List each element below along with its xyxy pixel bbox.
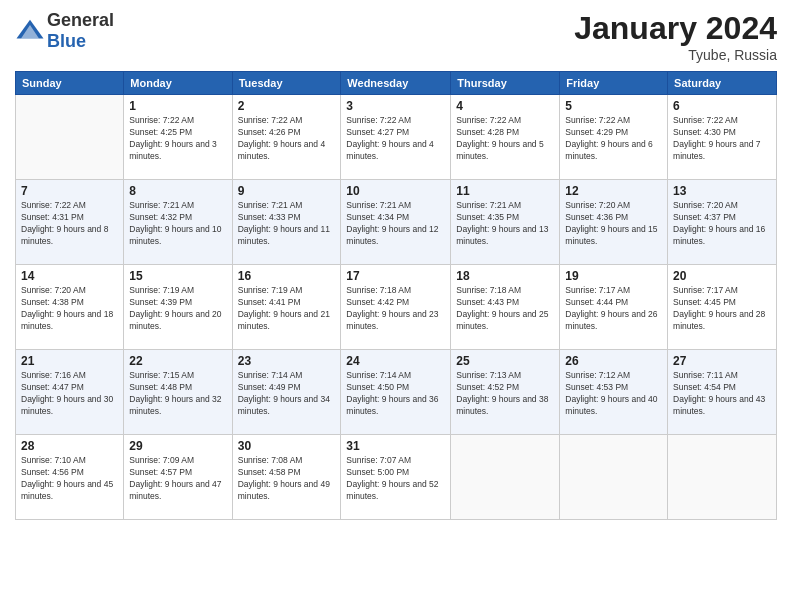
title-block: January 2024 Tyube, Russia (574, 10, 777, 63)
day-number: 15 (129, 269, 226, 283)
calendar-week-row: 21 Sunrise: 7:16 AMSunset: 4:47 PMDaylig… (16, 350, 777, 435)
table-row (451, 435, 560, 520)
day-number: 16 (238, 269, 336, 283)
day-info: Sunrise: 7:22 AMSunset: 4:26 PMDaylight:… (238, 115, 336, 163)
day-number: 14 (21, 269, 118, 283)
calendar-week-row: 7 Sunrise: 7:22 AMSunset: 4:31 PMDayligh… (16, 180, 777, 265)
calendar-table: Sunday Monday Tuesday Wednesday Thursday… (15, 71, 777, 520)
table-row: 16 Sunrise: 7:19 AMSunset: 4:41 PMDaylig… (232, 265, 341, 350)
table-row: 5 Sunrise: 7:22 AMSunset: 4:29 PMDayligh… (560, 95, 668, 180)
day-number: 29 (129, 439, 226, 453)
day-number: 26 (565, 354, 662, 368)
logo-blue: Blue (47, 31, 86, 51)
table-row: 15 Sunrise: 7:19 AMSunset: 4:39 PMDaylig… (124, 265, 232, 350)
day-number: 24 (346, 354, 445, 368)
table-row: 31 Sunrise: 7:07 AMSunset: 5:00 PMDaylig… (341, 435, 451, 520)
day-info: Sunrise: 7:22 AMSunset: 4:30 PMDaylight:… (673, 115, 771, 163)
day-number: 21 (21, 354, 118, 368)
day-number: 22 (129, 354, 226, 368)
table-row: 13 Sunrise: 7:20 AMSunset: 4:37 PMDaylig… (668, 180, 777, 265)
day-info: Sunrise: 7:22 AMSunset: 4:31 PMDaylight:… (21, 200, 118, 248)
table-row: 24 Sunrise: 7:14 AMSunset: 4:50 PMDaylig… (341, 350, 451, 435)
day-info: Sunrise: 7:19 AMSunset: 4:39 PMDaylight:… (129, 285, 226, 333)
day-info: Sunrise: 7:21 AMSunset: 4:35 PMDaylight:… (456, 200, 554, 248)
day-info: Sunrise: 7:07 AMSunset: 5:00 PMDaylight:… (346, 455, 445, 503)
day-number: 2 (238, 99, 336, 113)
day-number: 18 (456, 269, 554, 283)
day-number: 3 (346, 99, 445, 113)
table-row: 3 Sunrise: 7:22 AMSunset: 4:27 PMDayligh… (341, 95, 451, 180)
day-info: Sunrise: 7:16 AMSunset: 4:47 PMDaylight:… (21, 370, 118, 418)
table-row: 4 Sunrise: 7:22 AMSunset: 4:28 PMDayligh… (451, 95, 560, 180)
page-header: General Blue January 2024 Tyube, Russia (15, 10, 777, 63)
header-thursday: Thursday (451, 72, 560, 95)
day-number: 25 (456, 354, 554, 368)
day-number: 20 (673, 269, 771, 283)
calendar-week-row: 14 Sunrise: 7:20 AMSunset: 4:38 PMDaylig… (16, 265, 777, 350)
table-row: 28 Sunrise: 7:10 AMSunset: 4:56 PMDaylig… (16, 435, 124, 520)
day-info: Sunrise: 7:09 AMSunset: 4:57 PMDaylight:… (129, 455, 226, 503)
day-number: 8 (129, 184, 226, 198)
day-number: 6 (673, 99, 771, 113)
table-row (16, 95, 124, 180)
header-wednesday: Wednesday (341, 72, 451, 95)
day-info: Sunrise: 7:22 AMSunset: 4:29 PMDaylight:… (565, 115, 662, 163)
day-info: Sunrise: 7:17 AMSunset: 4:44 PMDaylight:… (565, 285, 662, 333)
day-number: 30 (238, 439, 336, 453)
table-row: 29 Sunrise: 7:09 AMSunset: 4:57 PMDaylig… (124, 435, 232, 520)
day-info: Sunrise: 7:22 AMSunset: 4:28 PMDaylight:… (456, 115, 554, 163)
location: Tyube, Russia (574, 47, 777, 63)
table-row: 17 Sunrise: 7:18 AMSunset: 4:42 PMDaylig… (341, 265, 451, 350)
table-row: 2 Sunrise: 7:22 AMSunset: 4:26 PMDayligh… (232, 95, 341, 180)
day-number: 12 (565, 184, 662, 198)
table-row: 25 Sunrise: 7:13 AMSunset: 4:52 PMDaylig… (451, 350, 560, 435)
table-row: 10 Sunrise: 7:21 AMSunset: 4:34 PMDaylig… (341, 180, 451, 265)
day-info: Sunrise: 7:20 AMSunset: 4:38 PMDaylight:… (21, 285, 118, 333)
day-number: 1 (129, 99, 226, 113)
table-row: 27 Sunrise: 7:11 AMSunset: 4:54 PMDaylig… (668, 350, 777, 435)
day-number: 28 (21, 439, 118, 453)
logo-icon (15, 16, 45, 46)
table-row: 26 Sunrise: 7:12 AMSunset: 4:53 PMDaylig… (560, 350, 668, 435)
table-row: 8 Sunrise: 7:21 AMSunset: 4:32 PMDayligh… (124, 180, 232, 265)
day-info: Sunrise: 7:15 AMSunset: 4:48 PMDaylight:… (129, 370, 226, 418)
weekday-header-row: Sunday Monday Tuesday Wednesday Thursday… (16, 72, 777, 95)
table-row (668, 435, 777, 520)
day-number: 10 (346, 184, 445, 198)
day-info: Sunrise: 7:18 AMSunset: 4:42 PMDaylight:… (346, 285, 445, 333)
day-info: Sunrise: 7:20 AMSunset: 4:37 PMDaylight:… (673, 200, 771, 248)
day-number: 11 (456, 184, 554, 198)
table-row: 19 Sunrise: 7:17 AMSunset: 4:44 PMDaylig… (560, 265, 668, 350)
day-info: Sunrise: 7:12 AMSunset: 4:53 PMDaylight:… (565, 370, 662, 418)
table-row: 30 Sunrise: 7:08 AMSunset: 4:58 PMDaylig… (232, 435, 341, 520)
table-row: 9 Sunrise: 7:21 AMSunset: 4:33 PMDayligh… (232, 180, 341, 265)
day-number: 19 (565, 269, 662, 283)
day-number: 4 (456, 99, 554, 113)
header-tuesday: Tuesday (232, 72, 341, 95)
header-monday: Monday (124, 72, 232, 95)
day-info: Sunrise: 7:19 AMSunset: 4:41 PMDaylight:… (238, 285, 336, 333)
logo-general: General (47, 10, 114, 30)
table-row: 22 Sunrise: 7:15 AMSunset: 4:48 PMDaylig… (124, 350, 232, 435)
day-number: 23 (238, 354, 336, 368)
day-info: Sunrise: 7:21 AMSunset: 4:34 PMDaylight:… (346, 200, 445, 248)
header-friday: Friday (560, 72, 668, 95)
day-info: Sunrise: 7:11 AMSunset: 4:54 PMDaylight:… (673, 370, 771, 418)
calendar-week-row: 28 Sunrise: 7:10 AMSunset: 4:56 PMDaylig… (16, 435, 777, 520)
table-row: 20 Sunrise: 7:17 AMSunset: 4:45 PMDaylig… (668, 265, 777, 350)
day-number: 9 (238, 184, 336, 198)
table-row (560, 435, 668, 520)
day-info: Sunrise: 7:08 AMSunset: 4:58 PMDaylight:… (238, 455, 336, 503)
month-title: January 2024 (574, 10, 777, 47)
day-number: 5 (565, 99, 662, 113)
table-row: 12 Sunrise: 7:20 AMSunset: 4:36 PMDaylig… (560, 180, 668, 265)
table-row: 18 Sunrise: 7:18 AMSunset: 4:43 PMDaylig… (451, 265, 560, 350)
day-info: Sunrise: 7:14 AMSunset: 4:49 PMDaylight:… (238, 370, 336, 418)
day-info: Sunrise: 7:20 AMSunset: 4:36 PMDaylight:… (565, 200, 662, 248)
table-row: 14 Sunrise: 7:20 AMSunset: 4:38 PMDaylig… (16, 265, 124, 350)
day-info: Sunrise: 7:21 AMSunset: 4:33 PMDaylight:… (238, 200, 336, 248)
day-info: Sunrise: 7:22 AMSunset: 4:25 PMDaylight:… (129, 115, 226, 163)
day-number: 17 (346, 269, 445, 283)
table-row: 11 Sunrise: 7:21 AMSunset: 4:35 PMDaylig… (451, 180, 560, 265)
day-info: Sunrise: 7:17 AMSunset: 4:45 PMDaylight:… (673, 285, 771, 333)
